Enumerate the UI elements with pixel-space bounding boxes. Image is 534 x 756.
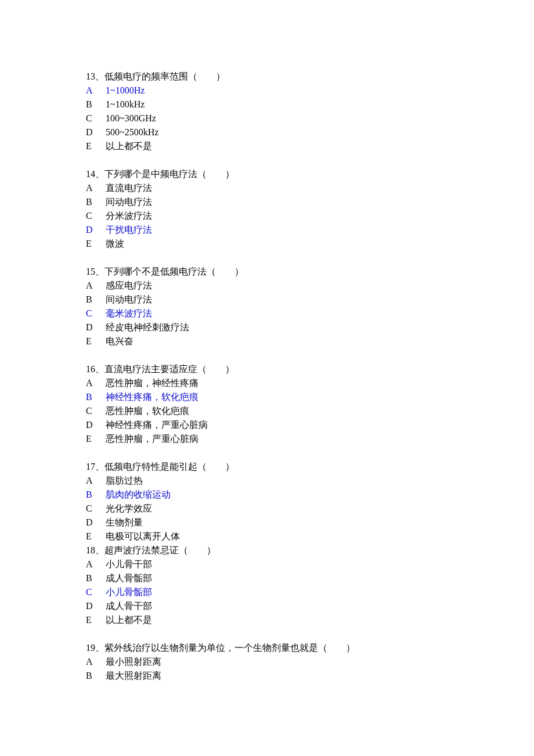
option-row: D500~2500kHz [86,125,534,139]
option-letter: C [86,404,106,418]
option-row: E以上都不是 [86,139,534,153]
option-row: D成人骨干部 [86,599,534,613]
option-text: 小儿骨骺部 [106,585,534,599]
option-text: 生物剂量 [106,516,534,530]
option-letter: D [86,321,106,334]
option-letter: C [86,209,106,223]
option-letter: E [86,334,106,348]
question-title: 16、直流电疗法主要适应症（ ） [86,362,534,376]
option-text: 成人骨骺部 [106,571,534,585]
option-row: C光化学效应 [86,502,534,516]
option-text: 神经性疼痛，严重心脏病 [106,418,534,432]
option-letter: D [86,223,106,237]
question-title: 15、下列哪个不是低频电疗法（ ） [86,265,534,279]
option-text: 电兴奋 [106,334,534,348]
option-letter: D [86,599,106,613]
question-13: 13、低频电疗的频率范围（ ）A1~1000HzB1~100kHzC100~30… [86,70,534,153]
option-letter: B [86,195,106,209]
option-text: 最小照射距离 [106,655,534,669]
option-text: 肌肉的收缩运动 [106,488,534,502]
option-letter: C [86,502,106,516]
option-letter: A [86,181,106,195]
option-letter: D [86,516,106,530]
option-letter: A [86,376,106,390]
option-row: C小儿骨骺部 [86,585,534,599]
option-text: 成人骨干部 [106,599,534,613]
option-row: E恶性肿瘤，严重心脏病 [86,432,534,446]
option-text: 分米波疗法 [106,209,534,223]
option-row: A直流电疗法 [86,181,534,195]
option-letter: E [86,613,106,627]
option-letter: A [86,279,106,293]
option-letter: C [86,585,106,599]
option-row: B神经性疼痛，软化疤痕 [86,390,534,404]
option-letter: C [86,307,106,321]
option-letter: B [86,571,106,585]
option-text: 恶性肿瘤，严重心脏病 [106,432,534,446]
option-row: C毫米波疗法 [86,307,534,321]
option-row: A恶性肿瘤，神经性疼痛 [86,376,534,390]
option-text: 恶性肿瘤，软化疤痕 [106,404,534,418]
option-letter: B [86,293,106,307]
option-letter: E [86,139,106,153]
option-text: 最大照射距离 [106,669,534,683]
option-letter: B [86,488,106,502]
option-letter: B [86,98,106,111]
option-row: A脂肪过热 [86,474,534,488]
option-text: 微波 [106,237,534,251]
document-content: 13、低频电疗的频率范围（ ）A1~1000HzB1~100kHzC100~30… [86,70,534,683]
option-row: D生物剂量 [86,516,534,530]
option-row: C100~300GHz [86,111,534,125]
option-text: 恶性肿瘤，神经性疼痛 [106,376,534,390]
option-row: B间动电疗法 [86,195,534,209]
option-letter: A [86,84,106,98]
question-19: 19、紫外线治疗以生物剂量为单位，一个生物剂量也就是（ ）A最小照射距离B最大照… [86,641,534,683]
option-row: B间动电疗法 [86,293,534,307]
question-17: 17、低频电疗特性是能引起（ ）A脂肪过热B肌肉的收缩运动C光化学效应D生物剂量… [86,460,534,543]
question-title: 19、紫外线治疗以生物剂量为单位，一个生物剂量也就是（ ） [86,641,534,655]
option-row: B成人骨骺部 [86,571,534,585]
option-letter: B [86,669,106,683]
option-text: 感应电疗法 [106,279,534,293]
option-text: 毫米波疗法 [106,307,534,321]
option-text: 以上都不是 [106,139,534,153]
option-text: 100~300GHz [106,111,534,125]
option-row: E以上都不是 [86,613,534,627]
option-letter: D [86,125,106,139]
option-row: A感应电疗法 [86,279,534,293]
option-row: A小儿骨干部 [86,557,534,571]
option-text: 干扰电疗法 [106,223,534,237]
question-title: 17、低频电疗特性是能引起（ ） [86,460,534,474]
option-row: B肌肉的收缩运动 [86,488,534,502]
option-text: 1~100kHz [106,98,534,111]
option-text: 小儿骨干部 [106,557,534,571]
option-letter: A [86,474,106,488]
question-15: 15、下列哪个不是低频电疗法（ ）A感应电疗法B间动电疗法C毫米波疗法D经皮电神… [86,265,534,348]
option-text: 间动电疗法 [106,293,534,307]
option-text: 间动电疗法 [106,195,534,209]
question-18: 18、超声波疗法禁忌证（ ）A小儿骨干部B成人骨骺部C小儿骨骺部D成人骨干部E以… [86,543,534,627]
option-text: 脂肪过热 [106,474,534,488]
option-letter: E [86,432,106,446]
option-row: D神经性疼痛，严重心脏病 [86,418,534,432]
option-row: E微波 [86,237,534,251]
option-text: 500~2500kHz [106,125,534,139]
question-16: 16、直流电疗法主要适应症（ ）A恶性肿瘤，神经性疼痛B神经性疼痛，软化疤痕C恶… [86,362,534,446]
option-letter: E [86,237,106,251]
option-row: A最小照射距离 [86,655,534,669]
option-letter: D [86,418,106,432]
option-text: 经皮电神经刺激疗法 [106,321,534,334]
option-row: C恶性肿瘤，软化疤痕 [86,404,534,418]
option-text: 神经性疼痛，软化疤痕 [106,390,534,404]
option-text: 直流电疗法 [106,181,534,195]
option-text: 光化学效应 [106,502,534,516]
option-letter: A [86,557,106,571]
option-text: 1~1000Hz [106,84,534,98]
option-text: 电极可以离开人体 [106,530,534,543]
option-text: 以上都不是 [106,613,534,627]
option-row: A1~1000Hz [86,84,534,98]
option-row: B1~100kHz [86,98,534,111]
option-row: C分米波疗法 [86,209,534,223]
question-title: 13、低频电疗的频率范围（ ） [86,70,534,84]
question-title: 14、下列哪个是中频电疗法（ ） [86,167,534,181]
